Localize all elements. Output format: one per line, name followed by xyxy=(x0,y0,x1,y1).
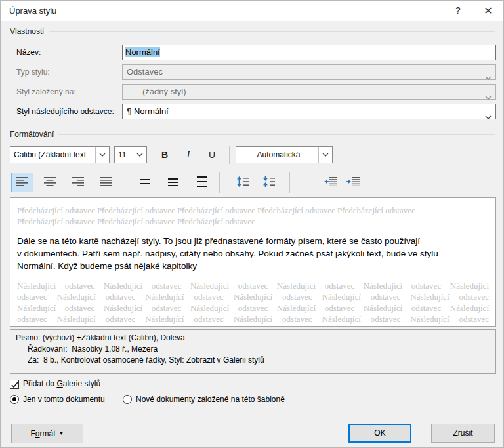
align-left-icon xyxy=(16,177,28,188)
align-right-button[interactable] xyxy=(67,173,89,192)
align-left-button[interactable] xyxy=(11,173,33,192)
chevron-down-icon[interactable] xyxy=(318,147,332,163)
line-spacing-double-button[interactable] xyxy=(191,173,213,192)
toolbar-divider xyxy=(289,172,290,193)
cancel-button[interactable]: Zrušit xyxy=(431,424,495,443)
new-documents-radio[interactable] xyxy=(123,395,132,404)
line-spacing-double-icon xyxy=(197,176,207,189)
dialog-title: Úprava stylu xyxy=(9,1,56,21)
next-style-select[interactable]: ¶Normální xyxy=(122,104,496,119)
based-on-label: Styl založený na: xyxy=(16,84,76,100)
style-preview-pane: Předcházející odstavec Předcházející ods… xyxy=(10,197,496,327)
align-justify-button[interactable] xyxy=(94,173,117,192)
description-line: Řádkování: Násobky 1,08 ř., Mezera xyxy=(16,344,490,355)
only-this-document-label[interactable]: Jen v tomto dokumentu xyxy=(23,395,105,404)
line-spacing-single-icon xyxy=(140,177,150,188)
description-line: Za: 8 b., Kontrolovat osamocené řádky, S… xyxy=(16,355,490,366)
font-size-select[interactable]: 11 xyxy=(114,146,147,163)
only-this-document-radio[interactable] xyxy=(10,395,19,404)
properties-section-header: Vlastnosti xyxy=(10,27,495,36)
add-to-gallery-label[interactable]: Přidat do Galerie stylů xyxy=(23,379,100,388)
modify-style-dialog: Úprava stylu ? ✕ Vlastnosti Název: Normá… xyxy=(0,0,504,448)
chevron-down-icon xyxy=(485,110,492,124)
decrease-paragraph-spacing-icon xyxy=(262,176,276,189)
ok-button[interactable]: OK xyxy=(348,424,411,443)
formatting-section-label: Formátování xyxy=(10,130,54,139)
description-line: Písmo: (výchozí) +Základní text (Calibri… xyxy=(16,333,490,344)
toolbar-divider xyxy=(229,146,230,164)
chevron-down-icon[interactable] xyxy=(95,147,109,163)
format-menu-button[interactable]: Formát▼ xyxy=(11,424,83,443)
previous-paragraph-text: Předcházející odstavec Předcházející ods… xyxy=(17,205,489,227)
pilcrow-icon: ¶ xyxy=(127,106,131,116)
align-right-icon xyxy=(72,177,84,188)
font-color-select[interactable]: Automatická xyxy=(236,146,333,163)
section-divider xyxy=(49,31,495,32)
style-type-label: Typ stylu: xyxy=(16,64,50,80)
increase-indent-button[interactable] xyxy=(342,173,364,192)
close-icon[interactable]: ✕ xyxy=(477,1,499,21)
align-center-icon xyxy=(44,177,56,188)
toolbar-divider xyxy=(127,172,127,193)
style-type-select: Odstavec xyxy=(122,64,496,80)
line-spacing-single-button[interactable] xyxy=(134,173,156,192)
based-on-select: (žádný styl) xyxy=(122,84,496,100)
decrease-indent-icon xyxy=(324,177,337,188)
selected-text: Normální xyxy=(125,47,160,57)
chevron-down-icon xyxy=(485,70,492,85)
name-label: Název: xyxy=(16,45,41,60)
new-documents-label[interactable]: Nové dokumenty založené na této šabloně xyxy=(136,395,285,404)
underline-button[interactable]: U xyxy=(201,146,222,163)
increase-paragraph-spacing-button[interactable] xyxy=(232,173,254,192)
title-bar: Úprava stylu ? ✕ xyxy=(1,1,503,21)
checkmark-icon xyxy=(10,381,19,389)
chevron-down-icon[interactable] xyxy=(133,147,146,163)
line-spacing-1-5-button[interactable] xyxy=(162,173,184,192)
formatting-section-header: Formátování xyxy=(10,130,495,139)
style-name-input[interactable]: Normální xyxy=(122,45,496,60)
align-justify-icon xyxy=(100,177,112,188)
chevron-down-icon xyxy=(485,90,492,104)
dropdown-arrow-icon: ▼ xyxy=(59,430,64,436)
decrease-indent-button[interactable] xyxy=(320,173,342,192)
following-paragraph-text: Následující odstavec Následující odstave… xyxy=(17,280,489,325)
section-divider xyxy=(58,134,495,135)
italic-button[interactable]: I xyxy=(178,146,199,163)
next-style-label: Styl následujícího odstavce: xyxy=(16,104,114,119)
align-center-button[interactable] xyxy=(39,173,61,192)
increase-paragraph-spacing-icon xyxy=(236,176,249,189)
font-name-select[interactable]: Calibri (Základní text xyxy=(10,146,110,163)
increase-indent-icon xyxy=(346,177,360,188)
line-spacing-1-5-icon xyxy=(168,177,178,188)
decrease-paragraph-spacing-button[interactable] xyxy=(258,173,280,192)
toolbar-divider xyxy=(219,172,220,193)
style-description: Písmo: (výchozí) +Základní text (Calibri… xyxy=(10,329,496,374)
help-icon[interactable]: ? xyxy=(447,1,469,21)
properties-section-label: Vlastnosti xyxy=(10,27,44,36)
bold-button[interactable]: B xyxy=(154,146,175,163)
radio-dot xyxy=(12,397,16,401)
sample-paragraph-text: Dále se na této kartě nacházejí styly. T… xyxy=(17,235,489,272)
add-to-gallery-checkbox[interactable] xyxy=(10,380,19,389)
